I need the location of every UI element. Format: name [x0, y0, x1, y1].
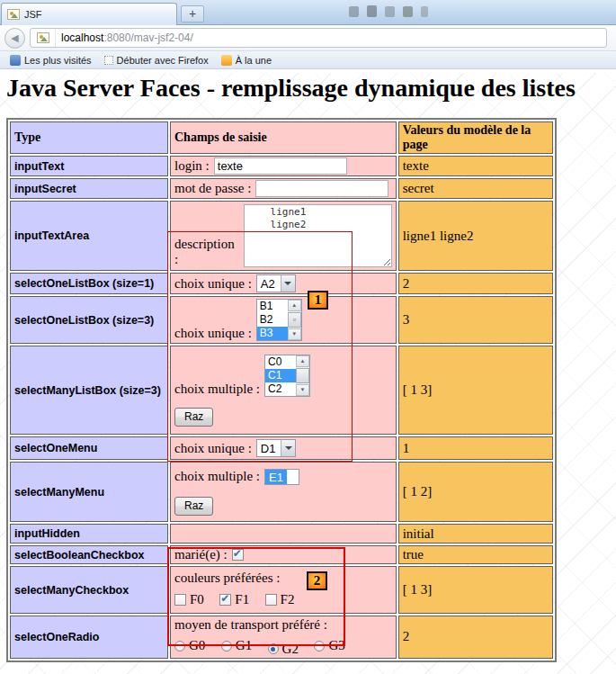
table-row: selectManyListBox (size=3) choix multipl… — [10, 346, 553, 435]
bookmark-label: À la une — [236, 55, 272, 66]
g0-radio[interactable] — [174, 641, 185, 652]
value-cell: 1 — [398, 436, 553, 460]
dotted-folder-icon — [104, 56, 113, 65]
bookmark-most-visited[interactable]: Les plus visités — [4, 51, 98, 68]
combobox-value: A2 — [257, 275, 281, 292]
field-cell: couleurs préférées : F0 F1 F2 — [170, 566, 397, 614]
bookmark-headlines[interactable]: À la une — [215, 51, 278, 68]
choix-unique-label: choix unique : — [174, 326, 252, 341]
table-row: selectBooleanCheckbox marié(e) : true — [10, 545, 553, 564]
url-bar[interactable]: localhost:8080/mav-jsf2-04/ — [30, 28, 607, 48]
listbox-option[interactable]: C2 — [265, 382, 296, 396]
table-row: selectOneRadio moyen de transport préfér… — [10, 616, 553, 659]
marie-checkbox[interactable] — [232, 549, 244, 561]
select-b-listbox[interactable]: B1 B2 B3 ▲ ≡ ▼ — [256, 299, 302, 341]
back-button[interactable]: ◄ — [4, 28, 25, 49]
select-e-multiselect[interactable]: E1 — [264, 469, 299, 485]
checkbox-label: F0 — [190, 592, 204, 607]
type-cell: selectOneListBox (size=3) — [10, 296, 168, 344]
listbox-option[interactable]: B1 — [257, 300, 288, 313]
table-row: selectManyCheckbox couleurs préférées : … — [10, 566, 553, 614]
listbox-option-selected[interactable]: B3 — [257, 327, 288, 340]
description-textarea[interactable]: ligne1 ligne2 — [244, 204, 392, 267]
radio-label: G3 — [328, 638, 344, 653]
raz-button[interactable]: Raz — [174, 497, 213, 516]
bookmark-getting-started[interactable]: Débuter avec Firefox — [98, 51, 215, 68]
value-cell: initial — [398, 524, 553, 544]
login-input[interactable] — [214, 157, 347, 175]
type-cell: selectManyMenu — [10, 462, 168, 522]
listbox-scrollbar[interactable]: ▲ ▼ — [296, 355, 309, 396]
new-tab-button[interactable]: + — [181, 5, 204, 22]
multiselect-selected-option[interactable]: E1 — [265, 470, 287, 484]
combobox-value: D1 — [257, 440, 281, 456]
radio-label: G1 — [236, 638, 252, 653]
password-input[interactable] — [255, 180, 388, 197]
table-row: selectOneListBox (size=1) choix unique :… — [10, 273, 553, 294]
bookmark-label: Débuter avec Firefox — [117, 55, 209, 66]
couleurs-label: couleurs préférées : — [174, 571, 392, 586]
select-d-combobox[interactable]: D1 — [256, 439, 297, 457]
choix-unique-label: choix unique : — [174, 276, 252, 292]
type-cell: selectManyCheckbox — [10, 566, 168, 614]
multiselect-empty-area — [287, 470, 299, 484]
value-cell: 2 — [398, 616, 553, 659]
listbox-option[interactable]: C0 — [265, 355, 296, 369]
chevron-down-icon[interactable] — [281, 440, 295, 456]
value-cell: [ 1 2] — [398, 462, 553, 522]
url-path: :8080/mav-jsf2-04/ — [103, 31, 192, 44]
type-cell: selectBooleanCheckbox — [10, 545, 168, 564]
f0-checkbox[interactable] — [174, 594, 186, 606]
type-cell: inputHidden — [10, 524, 168, 544]
select-a-combobox[interactable]: A2 — [256, 274, 296, 292]
table-row: inputTextArea description : ligne1 ligne… — [10, 201, 553, 271]
site-favicon-icon — [37, 32, 49, 43]
titlebar-glass-artifacts — [349, 4, 466, 18]
select-c-listbox[interactable]: C0 C1 C2 ▲ ▼ — [264, 355, 310, 397]
listbox-option[interactable]: B2 — [257, 313, 288, 327]
f2-checkbox[interactable] — [265, 594, 277, 606]
listbox-scrollbar[interactable]: ▲ ≡ ▼ — [288, 300, 301, 340]
header-valeurs: Valeurs du modèle de la page — [398, 121, 553, 154]
type-cell: selectOneMenu — [10, 436, 168, 460]
checkbox-label: F2 — [281, 592, 295, 607]
chevron-down-icon[interactable] — [281, 275, 295, 292]
scroll-up-icon[interactable]: ▲ — [288, 300, 301, 311]
transport-label: moyen de transport préféré : — [174, 617, 392, 633]
marie-label: marié(e) : — [174, 547, 228, 562]
value-cell: texte — [398, 156, 553, 176]
field-cell: marié(e) : — [170, 545, 397, 564]
g2-radio[interactable] — [268, 643, 279, 654]
scroll-down-icon[interactable]: ▼ — [288, 328, 301, 340]
f1-checkbox[interactable] — [219, 594, 231, 606]
scrollbar-thumb[interactable] — [296, 368, 309, 383]
table-row: selectOneListBox (size=3) choix unique :… — [10, 296, 553, 344]
choix-unique-label: choix unique : — [174, 441, 252, 456]
checkbox-label: F1 — [235, 592, 249, 607]
scrollbar-thumb[interactable]: ≡ — [288, 312, 301, 328]
scroll-up-icon[interactable]: ▲ — [296, 355, 309, 367]
bookmarks-bar: Les plus visités Débuter avec Firefox À … — [0, 51, 616, 69]
table-row: selectOneMenu choix unique : D1 1 — [10, 436, 553, 460]
navigation-bar: ◄ localhost:8080/mav-jsf2-04/ — [0, 25, 616, 51]
scroll-down-icon[interactable]: ▼ — [296, 384, 309, 396]
urlbar-favicon-box — [31, 29, 56, 47]
url-host: localhost — [61, 31, 103, 44]
field-cell: choix unique : B1 B2 B3 ▲ ≡ ▼ — [170, 296, 397, 344]
listbox-option-selected[interactable]: C1 — [265, 369, 296, 382]
value-cell: [ 1 3] — [398, 346, 553, 435]
table-row: inputSecret mot de passe : secret — [10, 178, 553, 199]
value-cell: true — [398, 545, 553, 564]
annotation-badge-2: 2 — [307, 571, 327, 590]
value-cell: ligne1 ligne2 — [398, 201, 553, 271]
g3-radio[interactable] — [314, 641, 325, 652]
header-champs: Champs de saisie — [170, 121, 397, 154]
g1-radio[interactable] — [221, 641, 232, 652]
headlines-icon — [221, 55, 232, 66]
page-title: Java Server Faces - remplissage dynamiqu… — [6, 73, 616, 103]
type-cell: selectOneListBox (size=1) — [10, 273, 168, 294]
field-cell: login : — [170, 156, 397, 176]
tab-jsf[interactable]: JSF — [1, 3, 177, 25]
raz-button[interactable]: Raz — [174, 408, 213, 427]
tab-title: JSF — [24, 9, 42, 20]
